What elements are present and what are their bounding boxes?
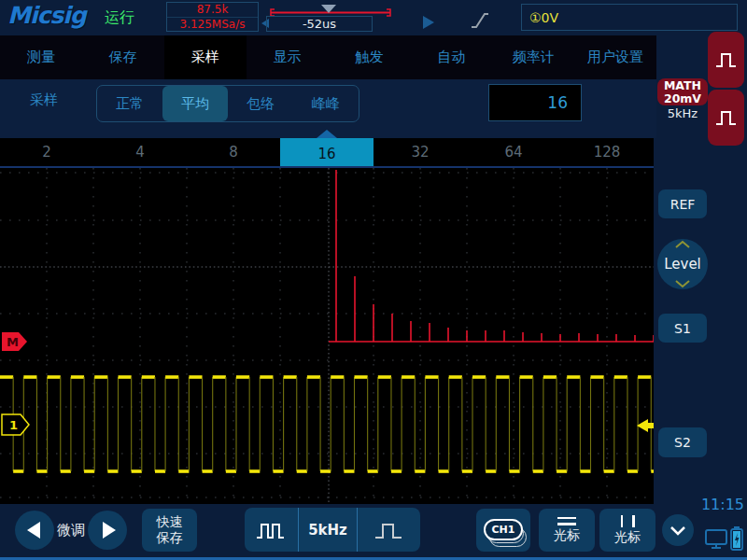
level-chevrons-icon [657, 239, 708, 289]
ch1-square-wave-trace [0, 377, 654, 471]
average-option-4[interactable]: 4 [93, 138, 187, 166]
average-option-128[interactable]: 128 [560, 138, 654, 166]
fine-tune-left-button[interactable] [15, 511, 54, 550]
submenu-label: 采样 [30, 79, 58, 120]
single-pulse-button[interactable] [358, 508, 420, 552]
triangle-left-icon [27, 522, 40, 539]
s1-button[interactable]: S1 [658, 314, 707, 343]
pan-right-icon[interactable] [423, 16, 434, 29]
selected-option-pointer-icon [317, 130, 337, 138]
channel-select-button[interactable]: CH1 [476, 509, 530, 552]
acq-mode-4[interactable]: 峰峰 [293, 86, 359, 121]
level-button[interactable]: Level [657, 239, 708, 289]
top-status-bar: Micsig 运行 87.5k 3.125MSa/s -52us ①0V [0, 0, 747, 35]
math-badge-name: MATH [664, 79, 701, 92]
trigger-level-readout[interactable]: ①0V [521, 4, 738, 31]
cursor-button-label: 光标 [554, 527, 580, 544]
chevron-down-icon [662, 514, 694, 546]
average-options-strip: 248163264128 [0, 138, 654, 169]
average-option-2[interactable]: 2 [0, 138, 93, 166]
horizontal-cursor-button[interactable]: 光标 [539, 509, 595, 552]
average-option-16[interactable]: 16 [280, 138, 374, 169]
menu-tab-1[interactable]: 测量 [0, 35, 82, 79]
brand-logo: Micsig [7, 2, 86, 29]
menu-tab-4[interactable]: 显示 [247, 35, 329, 79]
timebase-readout[interactable]: -52us [266, 16, 373, 32]
math-badge-scale: 20mV [664, 92, 701, 105]
run-status: 运行 [105, 8, 134, 28]
signal-generator-control: 5kHz [245, 508, 420, 552]
double-pulse-icon [255, 518, 289, 542]
waveform-display-area[interactable]: M1 [0, 168, 654, 504]
menu-tab-3[interactable]: 采样 [164, 35, 247, 79]
graticule-grid [0, 168, 654, 504]
collapse-menu-button[interactable] [662, 514, 694, 546]
quick-save-button[interactable]: 快速 保存 [142, 509, 197, 552]
math-fft-trace [329, 170, 654, 342]
average-option-8[interactable]: 8 [187, 138, 280, 166]
menu-tab-2[interactable]: 保存 [82, 35, 164, 79]
display-out-icon [704, 528, 730, 551]
quick-save-label-line2: 保存 [157, 530, 183, 546]
acq-mode-3[interactable]: 包络 [228, 86, 293, 121]
average-option-64[interactable]: 64 [467, 138, 560, 166]
acq-mode-2[interactable]: 平均 [162, 86, 228, 121]
ch1-marker-label: 1 [9, 418, 18, 432]
wave-preset-button-1[interactable] [708, 32, 744, 88]
clock: 11:15 [688, 496, 744, 513]
pulse-icon [713, 49, 740, 71]
vertical-cursor-button[interactable]: 光标 [599, 509, 655, 552]
quick-save-label-line1: 快速 [157, 514, 183, 530]
generator-frequency[interactable]: 5kHz [299, 508, 358, 552]
oscilloscope-screen: Micsig 运行 87.5k 3.125MSa/s -52us ①0V 测量保… [0, 0, 747, 560]
fine-tune-label: 微调 [54, 522, 88, 539]
menu-tab-6[interactable]: 自动 [410, 35, 492, 79]
s2-button[interactable]: S2 [658, 427, 707, 457]
math-marker-label: M [7, 335, 19, 349]
sample-rate: 3.125MSa/s [167, 18, 258, 32]
waveform-plot[interactable]: M1 [0, 168, 654, 504]
pulse-icon [713, 106, 740, 129]
trigger-level-arrow[interactable] [637, 419, 648, 432]
acq-mode-1[interactable]: 正常 [97, 86, 162, 121]
sample-depth: 87.5k [167, 3, 258, 18]
math-frequency-readout: 5kHz [657, 106, 708, 120]
ch1-badge: CH1 [484, 519, 523, 540]
trigger-level-arrow-tail [648, 423, 654, 428]
menu-tab-7[interactable]: 频率计 [492, 35, 574, 79]
acquisition-readout: 87.5k 3.125MSa/s [166, 2, 259, 32]
acquisition-mode-selector: 正常平均包络峰峰 [96, 85, 359, 122]
ref-button[interactable]: REF [658, 189, 707, 218]
square-wave-train-button[interactable] [245, 508, 299, 552]
vertical-cursors-icon [621, 515, 635, 527]
battery-icon [729, 525, 744, 552]
horizontal-cursors-icon [557, 517, 576, 525]
average-option-32[interactable]: 32 [374, 138, 467, 166]
fine-tune-right-button[interactable] [88, 511, 127, 550]
triangle-right-icon [103, 522, 116, 539]
average-count-field[interactable]: 16 [488, 84, 582, 121]
cursor-button-label: 光标 [614, 529, 641, 546]
menu-tab-8[interactable]: 用户设置 [574, 35, 656, 79]
wave-preset-button-2[interactable] [708, 90, 744, 146]
single-pulse-icon [374, 518, 405, 542]
menu-tab-5[interactable]: 触发 [329, 35, 411, 79]
math-channel-badge[interactable]: MATH 20mV [657, 78, 708, 105]
main-menu-bar: 测量保存采样显示触发自动频率计用户设置 [0, 35, 656, 79]
trigger-slope-icon[interactable] [469, 9, 491, 32]
